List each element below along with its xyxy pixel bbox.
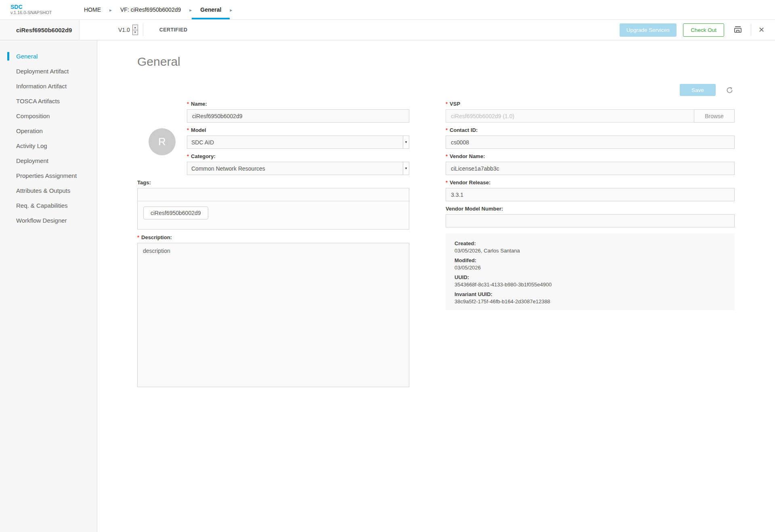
created-value: 03/05/2026, Carlos Santana <box>455 248 726 254</box>
logo-title: SDC <box>10 4 75 10</box>
vendor-model-number-input[interactable] <box>446 214 735 227</box>
category-selected-value: Common Network Resources <box>191 165 265 172</box>
sidebar-item-composition[interactable]: Composition <box>0 108 97 123</box>
required-asterisk: * <box>137 234 139 240</box>
sdc-app: SDC v.1.16.0-SNAPSHOT HOME ▸ VF: ciResf6… <box>0 0 775 532</box>
tags-chip-list: ciResf6950b6002d9 <box>138 201 409 229</box>
category-label: Category: <box>191 153 216 159</box>
sidebar-item-properties-assignment[interactable]: Properties Assignment <box>0 168 97 183</box>
contact-id-input[interactable] <box>446 136 735 149</box>
vendor-model-number-label: Vendor Model Number: <box>446 206 503 212</box>
sidebar-item-label: Req. & Capabilities <box>16 202 68 209</box>
invariant-uuid-label: Invariant UUID: <box>455 291 726 297</box>
version-selector[interactable]: V1.0 ▲ ▼ <box>118 25 138 35</box>
sidebar-item-information-artifact[interactable]: Information Artifact <box>0 79 97 94</box>
sidebar-item-req-capabilities[interactable]: Req. & Capabilities <box>0 198 97 213</box>
entity-toolbar: ciResf6950b6002d9 V1.0 ▲ ▼ CERTIFIED Upg… <box>0 20 775 40</box>
metadata-box: Created: 03/05/2026, Carlos Santana Modi… <box>446 234 735 310</box>
spinner-down-icon[interactable]: ▼ <box>133 30 138 35</box>
sidebar-item-label: Attributes & Outputs <box>16 187 70 194</box>
sidebar-item-label: General <box>16 53 38 60</box>
required-asterisk: * <box>187 153 189 159</box>
required-asterisk: * <box>187 127 189 133</box>
logo-version: v.1.16.0-SNAPSHOT <box>10 10 75 15</box>
vendor-model-number-field-group: Vendor Model Number: <box>446 206 735 227</box>
invariant-uuid-value: 38c9a5f2-175f-46fb-b164-2d3087e12388 <box>455 298 726 305</box>
required-asterisk: * <box>446 127 448 133</box>
vendor-name-input[interactable] <box>446 162 735 175</box>
model-label: Model <box>191 127 206 133</box>
description-field-group: * Description: description <box>137 234 409 387</box>
sidebar-item-activity-log[interactable]: Activity Log <box>0 138 97 153</box>
name-input[interactable] <box>187 109 409 123</box>
version-value: V1.0 <box>118 27 130 33</box>
spinner-up-icon[interactable]: ▲ <box>133 25 138 30</box>
category-field-group: * Category: Common Network Resources ▼ <box>187 153 409 175</box>
vsp-field-group: * VSP Browse <box>446 101 735 123</box>
breadcrumb-home[interactable]: HOME <box>75 0 109 19</box>
page-title: General <box>137 55 180 69</box>
form-left-column: * Name: * Model SDC AID ▼ * Category: <box>187 101 409 179</box>
vsp-label: VSP <box>450 101 460 107</box>
model-selected-value: SDC AID <box>191 139 214 146</box>
vendor-name-label: Vendor Name: <box>450 153 485 159</box>
sidebar-item-deployment-artifact[interactable]: Deployment Artifact <box>0 64 97 79</box>
toolbar-actions: Upgrade Services Check Out ✕ <box>620 23 765 37</box>
entity-title-box: ciResf6950b6002d9 <box>0 20 80 40</box>
save-row: Save <box>680 84 734 96</box>
save-button[interactable]: Save <box>680 84 716 96</box>
breadcrumb-arrow-icon: ▸ <box>230 0 232 19</box>
tag-chip[interactable]: ciResf6950b6002d9 <box>143 207 208 219</box>
revert-icon[interactable] <box>725 86 734 94</box>
breadcrumb-vf[interactable]: VF: ciResf6950b6002d9 <box>112 0 189 19</box>
sdc-logo[interactable]: SDC v.1.16.0-SNAPSHOT <box>0 0 75 19</box>
description-textarea[interactable]: description <box>137 243 409 387</box>
sidebar-item-label: Properties Assignment <box>16 172 77 179</box>
sidebar-item-label: Activity Log <box>16 142 47 149</box>
breadcrumb-general[interactable]: General <box>192 0 230 19</box>
sidebar-item-operation[interactable]: Operation <box>0 123 97 138</box>
close-icon[interactable]: ✕ <box>758 26 765 33</box>
sidebar-item-label: Deployment <box>16 157 48 164</box>
active-indicator <box>7 52 9 61</box>
vendor-name-field-group: * Vendor Name: <box>446 153 735 175</box>
check-out-button[interactable]: Check Out <box>683 23 724 37</box>
name-label: Name: <box>191 101 207 107</box>
contact-id-field-group: * Contact ID: <box>446 127 735 149</box>
sidebar-nav: General Deployment Artifact Information … <box>0 40 97 532</box>
print-icon[interactable] <box>733 25 743 35</box>
required-asterisk: * <box>187 101 189 107</box>
sidebar-item-deployment[interactable]: Deployment <box>0 153 97 168</box>
sidebar-item-general[interactable]: General <box>0 49 97 64</box>
version-spinner[interactable]: ▲ ▼ <box>132 25 138 35</box>
model-field-group: * Model SDC AID ▼ <box>187 127 409 149</box>
model-select[interactable]: SDC AID ▼ <box>187 136 409 149</box>
sidebar-item-label: Composition <box>16 113 50 119</box>
chevron-down-icon[interactable]: ▼ <box>403 162 409 175</box>
uuid-label: UUID: <box>455 274 726 280</box>
created-label: Created: <box>455 240 726 246</box>
sidebar-item-attributes-outputs[interactable]: Attributes & Outputs <box>0 183 97 198</box>
general-panel: General Save R * Name: * <box>98 40 775 532</box>
breadcrumb: HOME ▸ VF: ciResf6950b6002d9 ▸ General ▸ <box>75 0 232 19</box>
vsp-input <box>446 109 694 123</box>
vendor-release-field-group: * Vendor Release: <box>446 179 735 201</box>
upgrade-services-button[interactable]: Upgrade Services <box>620 23 677 37</box>
required-asterisk: * <box>446 179 448 186</box>
description-label: Description: <box>141 234 172 240</box>
required-asterisk: * <box>446 153 448 159</box>
category-select[interactable]: Common Network Resources ▼ <box>187 162 409 175</box>
name-field-group: * Name: <box>187 101 409 123</box>
tags-box: ciResf6950b6002d9 <box>137 188 409 229</box>
vendor-release-input[interactable] <box>446 188 735 201</box>
required-asterisk: * <box>446 101 448 107</box>
sidebar-item-tosca-artifacts[interactable]: TOSCA Artifacts <box>0 94 97 108</box>
chevron-down-icon[interactable]: ▼ <box>403 136 409 148</box>
sidebar-item-workflow-designer[interactable]: Workflow Designer <box>0 213 97 228</box>
toolbar-divider <box>143 24 143 36</box>
browse-button[interactable]: Browse <box>694 109 735 123</box>
form-right-column: * VSP Browse * Contact ID: * Vendor Na <box>446 101 735 310</box>
sidebar-item-label: TOSCA Artifacts <box>16 98 60 104</box>
tags-input[interactable] <box>138 188 409 201</box>
sidebar-item-label: Workflow Designer <box>16 217 67 224</box>
